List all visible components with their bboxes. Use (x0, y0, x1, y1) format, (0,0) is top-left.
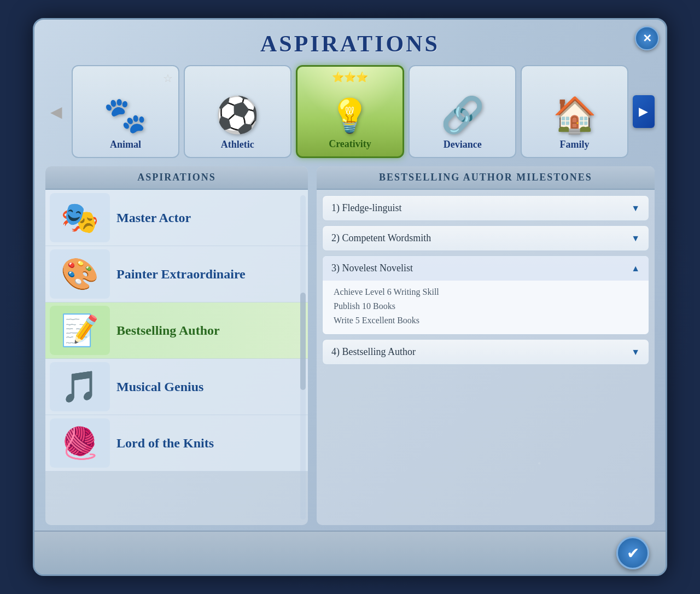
master-actor-label: Master Actor (116, 211, 191, 225)
milestone-3-task-3: Write 5 Excellent Books (334, 313, 638, 328)
nav-right-arrow[interactable]: ▶ (633, 95, 655, 128)
animal-icon: 🐾 (103, 95, 147, 136)
painter-label: Painter Extraordinaire (116, 267, 246, 282)
master-actor-icon: 🎭 (50, 193, 110, 242)
star-icon: ☆ (163, 72, 173, 85)
category-label-athletic: Athletic (221, 139, 254, 150)
milestone-1: 1) Fledge-linguist ▼ (322, 195, 649, 221)
milestone-4-arrow: ▼ (631, 347, 640, 357)
scroll-track (300, 195, 306, 520)
milestone-3-content: Achieve Level 6 Writing Skill Publish 10… (323, 281, 649, 334)
list-item-master-actor[interactable]: 🎭 Master Actor (45, 190, 308, 246)
milestone-3-task-1: Achieve Level 6 Writing Skill (334, 285, 638, 299)
painter-icon: 🎨 (50, 249, 110, 299)
confirm-button[interactable]: ✔ (616, 537, 649, 569)
milestone-3-header[interactable]: 3) Novelest Novelist ▲ (323, 256, 649, 281)
milestones-list: 1) Fledge-linguist ▼ 2) Competent Wordsm… (317, 190, 655, 525)
left-panel: Aspirations 🎭 Master Actor 🎨 Painter Ext… (45, 166, 308, 525)
list-item-lord-of-knits[interactable]: 🧶 Lord of the Knits (45, 415, 308, 471)
milestone-2-arrow: ▼ (631, 234, 640, 243)
milestone-2-label: 2) Competent Wordsmith (331, 232, 431, 244)
categories-row: ◀ ☆ 🐾 Animal ⚽ Athletic ⭐⭐⭐ 💡 Creativity… (34, 62, 666, 161)
musician-icon: 🎵 (50, 362, 110, 411)
milestone-3: 3) Novelest Novelist ▲ Achieve Level 6 W… (322, 255, 649, 335)
milestone-2: 2) Competent Wordsmith ▼ (322, 225, 649, 251)
author-label: Bestselling Author (116, 323, 220, 338)
list-item-painter-extraordinaire[interactable]: 🎨 Painter Extraordinaire (45, 246, 308, 302)
right-panel-header: Bestselling Author Milestones (317, 166, 655, 190)
list-item-bestselling-author[interactable]: 📝 Bestselling Author (45, 302, 308, 359)
athletic-icon: ⚽ (215, 95, 259, 136)
creativity-stars: ⭐⭐⭐ (332, 71, 368, 83)
aspirations-list: 🎭 Master Actor 🎨 Painter Extraordinaire … (45, 190, 308, 525)
bottom-bar: ✔ (34, 531, 666, 574)
category-tab-athletic[interactable]: ⚽ Athletic (184, 65, 291, 158)
category-tab-family[interactable]: 🏠 Family (521, 65, 628, 158)
list-item-musical-genius[interactable]: 🎵 Musical Genius (45, 359, 308, 415)
milestone-3-label: 3) Novelest Novelist (331, 263, 413, 274)
category-label-animal: Animal (110, 139, 141, 150)
category-label-deviance: Deviance (444, 139, 482, 150)
category-tab-creativity[interactable]: ⭐⭐⭐ 💡 Creativity (296, 65, 405, 158)
scroll-thumb[interactable] (300, 293, 306, 390)
knits-label: Lord of the Knits (116, 436, 214, 451)
deviance-icon: 🔗 (441, 95, 485, 136)
milestone-1-header[interactable]: 1) Fledge-linguist ▼ (323, 196, 649, 220)
family-icon: 🏠 (553, 95, 597, 136)
milestone-3-task-2: Publish 10 Books (334, 299, 638, 313)
content-area: Aspirations 🎭 Master Actor 🎨 Painter Ext… (45, 166, 655, 525)
category-tab-animal[interactable]: ☆ 🐾 Animal (72, 65, 179, 158)
close-button[interactable]: ✕ (635, 26, 659, 50)
page-title: Aspirations (34, 31, 666, 57)
category-label-creativity: Creativity (329, 138, 371, 150)
creativity-icon: 💡 (329, 96, 370, 135)
milestone-4: 4) Bestselling Author ▼ (322, 339, 649, 365)
knits-icon: 🧶 (50, 418, 110, 468)
milestone-1-label: 1) Fledge-linguist (331, 202, 402, 214)
aspirations-modal: ✕ Aspirations ◀ ☆ 🐾 Animal ⚽ Athletic ⭐⭐… (33, 18, 667, 576)
musician-label: Musical Genius (116, 380, 203, 394)
milestone-4-header[interactable]: 4) Bestselling Author ▼ (323, 340, 649, 364)
milestone-4-label: 4) Bestselling Author (331, 346, 416, 358)
nav-left-arrow[interactable]: ◀ (45, 95, 67, 128)
category-label-family: Family (560, 139, 590, 150)
milestone-3-arrow: ▲ (631, 264, 640, 273)
right-panel: Bestselling Author Milestones 1) Fledge-… (317, 166, 655, 525)
left-panel-header: Aspirations (45, 166, 308, 190)
milestone-2-header[interactable]: 2) Competent Wordsmith ▼ (323, 226, 649, 251)
milestone-1-arrow: ▼ (631, 203, 640, 213)
title-section: Aspirations (34, 20, 666, 62)
category-tab-deviance[interactable]: 🔗 Deviance (409, 65, 516, 158)
author-icon: 📝 (50, 306, 110, 355)
